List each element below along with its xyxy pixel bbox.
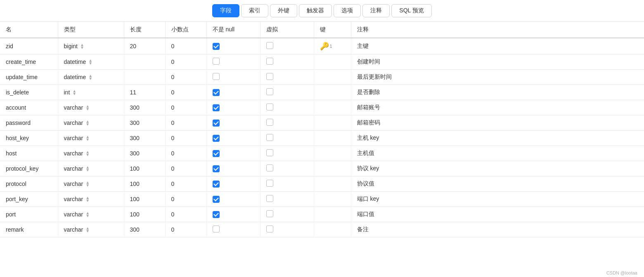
cell-type-0: bigint▲▼ [58,38,124,54]
cell-type-5: varchar▲▼ [58,115,124,131]
cell-comment-8: 协议 key [351,161,644,176]
table-row: remarkvarchar▲▼3000备注 [0,222,644,237]
cell-virtual-3 [260,85,314,100]
cell-comment-5: 邮箱密码 [351,115,644,131]
cell-length-9: 100 [124,176,165,192]
cell-type-6: varchar▲▼ [58,131,124,146]
cell-notnull-5 [206,115,260,131]
sort-arrows-8[interactable]: ▲▼ [85,166,90,171]
cell-comment-0: 主键 [351,38,644,54]
checkbox-virtual-5[interactable] [266,119,273,126]
sort-arrows-0[interactable]: ▲▼ [80,43,84,49]
tab-foreign_keys[interactable]: 外键 [270,4,297,17]
cell-type-7: varchar▲▼ [58,146,124,161]
table-row: portvarchar▲▼1000端口值 [0,207,644,222]
cell-virtual-8 [260,161,314,176]
checkbox-virtual-0[interactable] [266,42,273,49]
cell-virtual-6 [260,131,314,146]
checkbox-notnull-4[interactable] [213,104,220,111]
cell-key-1 [314,54,351,70]
cell-key-11 [314,207,351,222]
checkbox-virtual-2[interactable] [266,73,273,80]
cell-comment-7: 主机值 [351,146,644,161]
checkbox-notnull-10[interactable] [213,196,220,203]
cell-type-9: varchar▲▼ [58,176,124,192]
checkbox-virtual-3[interactable] [266,88,273,95]
cell-length-0: 20 [124,38,165,54]
cell-comment-1: 创建时间 [351,54,644,70]
table-row: protocolvarchar▲▼1000协议值 [0,176,644,192]
checkbox-notnull-7[interactable] [213,150,220,157]
tab-sql_preview[interactable]: SQL 预览 [391,4,431,17]
key-num: 1 [330,44,332,49]
cell-name-8: protocol_key [0,161,58,176]
checkbox-notnull-0[interactable] [213,43,220,50]
checkbox-notnull-6[interactable] [213,135,220,142]
tab-triggers[interactable]: 触发器 [299,4,332,17]
tab-fields[interactable]: 字段 [212,4,239,17]
cell-decimal-1: 0 [165,54,206,70]
tab-options[interactable]: 选项 [334,4,361,17]
sort-arrows-4[interactable]: ▲▼ [85,105,90,110]
checkbox-virtual-8[interactable] [266,164,273,171]
cell-notnull-11 [206,207,260,222]
sort-arrows-6[interactable]: ▲▼ [85,135,90,141]
checkbox-notnull-11[interactable] [213,211,220,218]
cell-virtual-11 [260,207,314,222]
checkbox-virtual-10[interactable] [266,195,273,202]
cell-name-3: is_delete [0,85,58,100]
sort-arrows-5[interactable]: ▲▼ [85,120,90,126]
checkbox-virtual-6[interactable] [266,134,273,141]
sort-arrows-12[interactable]: ▲▼ [85,227,90,232]
cell-decimal-12: 0 [165,222,206,237]
checkbox-notnull-9[interactable] [213,181,220,188]
cell-decimal-6: 0 [165,131,206,146]
checkbox-notnull-12[interactable] [213,225,220,232]
cell-comment-4: 邮箱账号 [351,100,644,115]
col-header-key: 键 [314,22,351,38]
sort-arrows-10[interactable]: ▲▼ [85,196,90,202]
cell-comment-2: 最后更新时间 [351,70,644,85]
cell-key-2 [314,70,351,85]
cell-key-4 [314,100,351,115]
cell-type-12: varchar▲▼ [58,222,124,237]
checkbox-notnull-2[interactable] [213,73,220,80]
cell-type-4: varchar▲▼ [58,100,124,115]
type-value-11: varchar [64,211,83,218]
checkbox-virtual-9[interactable] [266,180,273,187]
checkbox-virtual-12[interactable] [266,225,273,232]
cell-decimal-4: 0 [165,100,206,115]
cell-name-0: zid [0,38,58,54]
checkbox-virtual-7[interactable] [266,149,273,156]
checkbox-virtual-11[interactable] [266,210,273,217]
sort-arrows-1[interactable]: ▲▼ [88,59,92,65]
cell-notnull-0 [206,38,260,54]
col-header-not_null: 不是 null [206,22,260,38]
sort-arrows-11[interactable]: ▲▼ [85,211,90,217]
checkbox-virtual-4[interactable] [266,103,273,110]
sort-arrows-2[interactable]: ▲▼ [88,74,92,80]
checkbox-notnull-1[interactable] [213,58,220,65]
checkbox-notnull-5[interactable] [213,120,220,127]
col-header-type: 类型 [58,22,124,38]
type-value-5: varchar [64,120,83,126]
sort-arrows-3[interactable]: ▲▼ [72,89,76,95]
type-value-0: bigint [64,43,78,49]
checkbox-virtual-1[interactable] [266,58,273,65]
cell-name-1: create_time [0,54,58,70]
tab-comments[interactable]: 注释 [362,4,390,17]
cell-virtual-10 [260,192,314,207]
cell-virtual-5 [260,115,314,131]
cell-name-9: protocol [0,176,58,192]
primary-key-badge-0: 🔑1 [320,42,332,51]
table-body: zidbigint▲▼200🔑1主键create_timedatetime▲▼0… [0,38,644,237]
type-value-8: varchar [64,165,83,172]
checkbox-notnull-3[interactable] [213,89,220,96]
tab-indexes[interactable]: 索引 [241,4,268,17]
sort-arrows-9[interactable]: ▲▼ [85,181,90,187]
sort-arrows-7[interactable]: ▲▼ [85,150,90,156]
cell-name-4: account [0,100,58,115]
checkbox-notnull-8[interactable] [213,165,220,172]
cell-name-6: host_key [0,131,58,146]
cell-decimal-8: 0 [165,161,206,176]
